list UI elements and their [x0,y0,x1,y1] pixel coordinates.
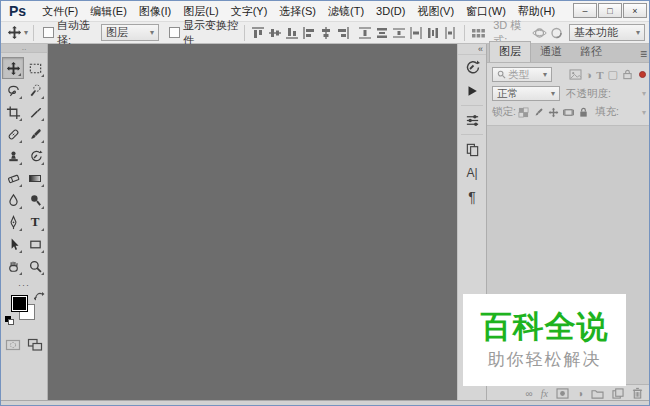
tab-channels[interactable]: 通道 [531,42,571,62]
rectangle-shape-tool[interactable] [24,233,46,255]
align-bottom-edges-icon[interactable] [285,26,300,40]
adjustment-layer-icon[interactable]: ◑ [577,388,583,399]
paragraph-panel-icon[interactable]: ¶ [458,185,486,209]
chevron-down-icon: ▾ [636,28,640,37]
shape-layer-filter-icon[interactable]: ▢ [608,68,618,81]
default-colors-icon[interactable] [5,316,15,326]
adjustment-layer-filter-icon[interactable]: ◑ [586,69,593,81]
tool-preset-caret-icon[interactable]: ▾ [24,28,28,37]
delete-layer-icon[interactable] [632,387,643,399]
actions-panel-icon[interactable] [458,79,486,103]
show-transform-checkbox[interactable] [169,27,180,38]
tab-paths[interactable]: 路径 [571,42,611,62]
distribute-vertical-centers-icon[interactable] [375,26,390,40]
distribute-top-edges-icon[interactable] [358,26,373,40]
lock-label: 锁定: [492,105,516,119]
layer-filter-dropdown[interactable]: 类型 ▾ [492,67,552,82]
distribute-left-edges-icon[interactable] [409,26,424,40]
eyedropper-tool[interactable] [24,101,46,123]
align-left-edges-icon[interactable] [302,26,317,40]
link-layers-icon[interactable]: ∞ [526,388,533,399]
menu-item-3d[interactable]: 3D(D) [370,3,411,19]
window-controls: – □ × [573,3,647,18]
blur-tool[interactable] [2,189,24,211]
auto-select-checkbox[interactable] [43,27,54,38]
lock-image-pixels-icon[interactable] [533,107,544,118]
panel-menu-icon[interactable]: ≡ [640,47,647,61]
new-group-icon[interactable] [591,388,604,399]
align-vertical-centers-icon[interactable] [268,26,283,40]
maximize-button[interactable]: □ [598,3,622,18]
blend-mode-dropdown[interactable]: 正常▾ [492,86,560,101]
minimize-button[interactable]: – [573,3,597,18]
dodge-tool[interactable] [24,189,46,211]
lock-row: 锁定: 填充: ▾ [492,105,646,119]
auto-align-layers-icon[interactable] [471,26,486,40]
opacity-caret-icon[interactable]: ▾ [642,89,646,98]
tools-panel-header[interactable]: ‥ [1,44,47,53]
expand-panels-icon[interactable]: « [458,44,486,55]
layer-mask-icon[interactable] [556,388,569,399]
close-button[interactable]: × [623,3,647,18]
chevron-down-icon: ▾ [150,28,154,37]
layer-style-icon[interactable]: fx [541,388,548,399]
lock-transparent-pixels-icon[interactable] [518,107,529,118]
align-horizontal-centers-icon[interactable] [319,26,334,40]
pixel-layer-filter-icon[interactable] [569,69,582,80]
history-panel-icon[interactable] [458,55,486,79]
clone-stamp-tool[interactable] [2,145,24,167]
gradient-tool[interactable] [24,167,46,189]
libraries-panel-icon[interactable] [458,137,486,161]
foreground-color-swatch[interactable] [11,295,28,312]
distribute-horizontal-centers-icon[interactable] [426,26,441,40]
3d-rotate-icon [532,26,547,40]
window-bottom-edge [1,400,649,405]
3d-roll-icon [549,26,564,40]
menu-item-select[interactable]: 选择(S) [273,2,322,21]
type-tool[interactable]: T [24,211,46,233]
quick-mask-icon[interactable] [5,338,21,352]
spot-healing-brush-tool[interactable] [2,123,24,145]
menu-item-filter[interactable]: 滤镜(T) [322,2,370,21]
distribute-right-edges-icon[interactable] [443,26,458,40]
distribute-bottom-edges-icon[interactable] [392,26,407,40]
path-selection-tool[interactable] [2,233,24,255]
lock-artboard-icon[interactable] [563,107,574,118]
character-panel-icon[interactable]: A| [458,161,486,185]
lasso-tool[interactable] [2,79,24,101]
eraser-tool[interactable] [2,167,24,189]
edit-toolbar-icon[interactable]: ··· [1,280,47,290]
adjustments-panel-icon[interactable] [458,108,486,132]
smart-object-filter-icon[interactable] [622,69,633,80]
crop-tool[interactable] [2,101,24,123]
move-tool-icon [7,25,22,40]
screen-mode-icon[interactable] [27,338,43,352]
lock-all-icon[interactable] [578,107,589,118]
align-top-edges-icon[interactable] [251,26,266,40]
tab-layers[interactable]: 图层 [489,41,531,62]
workspace-dropdown[interactable]: 基本功能▾ [569,24,645,41]
history-brush-tool[interactable] [24,145,46,167]
ps-logo: Ps [9,3,26,19]
menu-bar: Ps 文件(F) 编辑(E) 图像(I) 图层(L) 文字(Y) 选择(S) 滤… [1,1,649,22]
move-tool[interactable] [2,57,24,79]
menu-item-view[interactable]: 视图(V) [411,2,460,21]
auto-select-target-dropdown[interactable]: 图层▾ [101,24,159,41]
pen-tool[interactable] [2,211,24,233]
quick-selection-tool[interactable] [24,79,46,101]
hand-tool[interactable] [2,255,24,277]
menu-item-image[interactable]: 图像(I) [133,2,177,21]
swap-colors-icon[interactable] [34,291,45,301]
brush-tool[interactable] [24,123,46,145]
filter-toggle-icon[interactable] [639,71,646,78]
document-canvas-area[interactable] [48,44,457,401]
type-layer-filter-icon[interactable]: T [596,69,603,81]
panel-tab-bar: 图层 通道 路径 ≡ [487,44,650,63]
new-layer-icon[interactable] [612,388,624,399]
fill-caret-icon[interactable]: ▾ [642,108,646,117]
rectangular-marquee-tool[interactable] [24,57,46,79]
lock-position-icon[interactable] [548,107,559,118]
zoom-tool[interactable] [24,255,46,277]
align-right-edges-icon[interactable] [336,26,351,40]
tools-panel: ‥ T [1,44,48,401]
